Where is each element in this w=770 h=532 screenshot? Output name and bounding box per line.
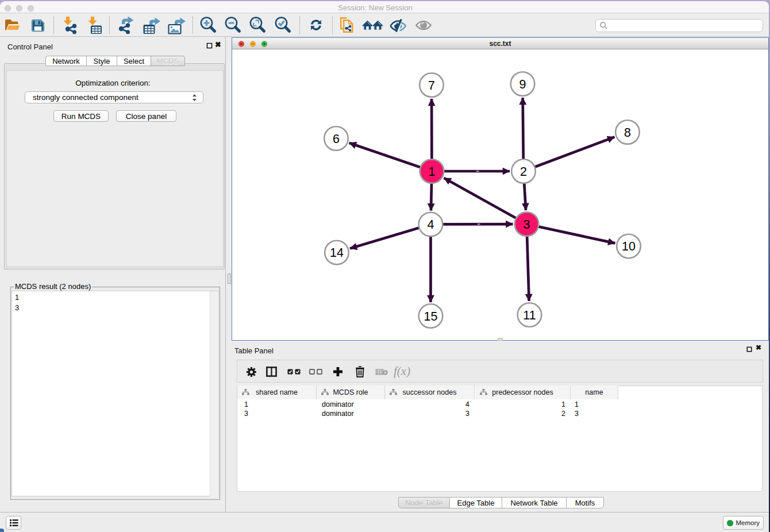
svg-text:4: 4 xyxy=(428,218,434,232)
svg-text:10: 10 xyxy=(622,240,636,253)
svg-text:3: 3 xyxy=(523,218,530,232)
svg-text:8: 8 xyxy=(624,126,631,140)
svg-text:14: 14 xyxy=(330,246,344,260)
svg-text:9: 9 xyxy=(519,78,526,91)
svg-text:11: 11 xyxy=(523,309,536,322)
svg-text:15: 15 xyxy=(424,310,438,323)
svg-text:2: 2 xyxy=(520,165,527,179)
svg-text:6: 6 xyxy=(333,132,340,146)
svg-text:7: 7 xyxy=(428,79,435,92)
svg-text:1: 1 xyxy=(429,165,436,179)
